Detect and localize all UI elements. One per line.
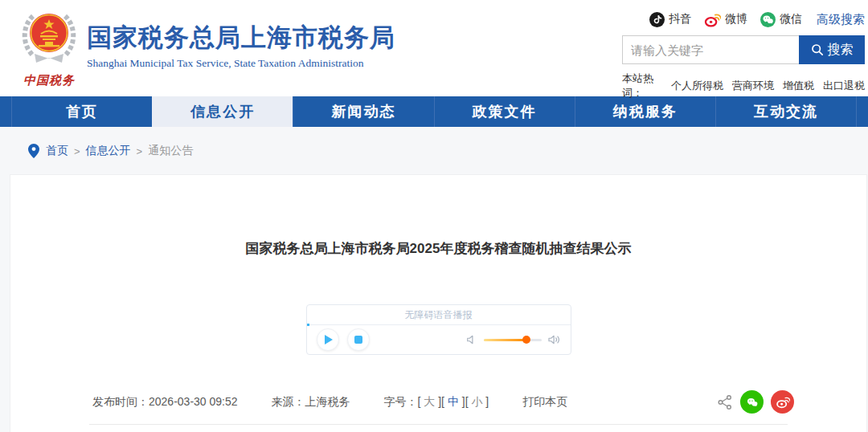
share-wechat-button[interactable] (740, 390, 764, 414)
main-nav: 首页 信息公开 新闻动态 政策文件 纳税服务 互动交流 (0, 96, 868, 127)
weibo-link[interactable]: 微博 (704, 12, 747, 27)
volume-thumb[interactable] (522, 336, 530, 344)
article-source: 来源：上海税务 (272, 395, 350, 410)
font-size-control: 字号：[ 大 ][ 中 ][ 小 ] (384, 395, 489, 410)
weibo-share-icon (776, 395, 790, 409)
site-logo[interactable]: 中国税务 (16, 10, 82, 88)
publish-time-label: 发布时间： (92, 395, 149, 408)
hot-word-link[interactable]: 增值税 (783, 79, 814, 93)
share-weibo-button[interactable] (771, 390, 794, 414)
share-group (717, 390, 794, 414)
douyin-link[interactable]: 抖音 (649, 12, 691, 27)
hot-word-link[interactable]: 营商环境 (732, 79, 774, 93)
audio-player-controls (307, 325, 571, 354)
article-title: 国家税务总局上海市税务局2025年度税务稽查随机抽查结果公示 (10, 175, 866, 258)
share-icon[interactable] (717, 394, 733, 410)
nav-tab-interaction[interactable]: 互动交流 (715, 96, 857, 127)
site-subtitle: Shanghai Municipal Tax Service, State Ta… (87, 57, 395, 70)
volume-fill (484, 339, 526, 341)
content-area: 首页 > 信息公开 > 通知公告 国家税务总局上海市税务局2025年度税务稽查随… (0, 127, 868, 432)
play-button[interactable] (317, 328, 339, 351)
hot-word-link[interactable]: 个人所得税 (671, 79, 723, 93)
site-title-block: 国家税务总局上海市税务局 Shanghai Municipal Tax Serv… (87, 24, 395, 70)
nav-tab-news[interactable]: 新闻动态 (293, 96, 433, 127)
publish-time: 发布时间：2026-03-30 09:52 (92, 395, 238, 410)
article-meta: 发布时间：2026-03-30 09:52 来源：上海税务 字号：[ 大 ][ … (10, 390, 866, 414)
search-icon (811, 43, 824, 56)
volume-slider[interactable] (484, 339, 542, 341)
play-icon (325, 335, 333, 344)
nav-tab-policy[interactable]: 政策文件 (434, 96, 575, 127)
breadcrumb-home[interactable]: 首页 (46, 144, 68, 158)
breadcrumb-current: 通知公告 (148, 144, 193, 158)
nav-tab-info-disclosure[interactable]: 信息公开 (152, 96, 293, 127)
audio-player-title: 无障碍语音播报 (307, 305, 571, 325)
search-button-label: 搜索 (828, 42, 854, 59)
stop-icon (354, 336, 362, 344)
social-row: 抖音 微博 (622, 10, 865, 28)
wechat-icon (760, 12, 776, 27)
wechat-share-icon (745, 395, 760, 410)
font-size-large[interactable]: [ 大 ] (418, 395, 442, 408)
print-page-link[interactable]: 打印本页 (522, 395, 567, 410)
hot-words-label: 本站热词： (622, 71, 665, 100)
breadcrumb-separator: > (74, 145, 80, 157)
volume-high-icon (548, 334, 561, 345)
wechat-link[interactable]: 微信 (760, 12, 802, 27)
font-size-label: 字号： (384, 395, 418, 408)
nav-tab-home[interactable]: 首页 (11, 96, 152, 127)
douyin-label: 抖音 (669, 12, 691, 26)
search-bar: 搜索 (622, 35, 865, 64)
search-button[interactable]: 搜索 (799, 35, 865, 64)
header-right: 抖音 微博 (622, 10, 865, 100)
volume-control (466, 334, 561, 345)
breadcrumb-info-disclosure[interactable]: 信息公开 (86, 144, 131, 158)
source-label: 来源： (272, 395, 305, 408)
location-pin-icon (28, 144, 39, 158)
volume-low-icon (466, 334, 477, 345)
source-value: 上海税务 (305, 395, 350, 408)
article-card: 国家税务总局上海市税务局2025年度税务稽查随机抽查结果公示 无障碍语音播报 (10, 175, 866, 432)
hot-word-link[interactable]: 出口退税 (823, 79, 865, 93)
font-size-medium[interactable]: [ 中 ] (441, 395, 465, 408)
bottom-divider (89, 424, 788, 425)
breadcrumb: 首页 > 信息公开 > 通知公告 (0, 127, 868, 175)
wechat-label: 微信 (780, 12, 802, 26)
site-title: 国家税务总局上海市税务局 (87, 24, 395, 51)
weibo-icon (704, 12, 721, 27)
stop-button[interactable] (347, 328, 370, 351)
font-size-small[interactable]: [ 小 ] (465, 395, 489, 408)
advanced-search-link[interactable]: 高级搜索 (817, 12, 865, 27)
hot-words: 本站热词： 个人所得税 营商环境 增值税 出口退税 (622, 71, 865, 100)
breadcrumb-separator: > (137, 145, 143, 157)
logo-caption: 中国税务 (16, 73, 82, 88)
search-input[interactable] (622, 35, 799, 64)
site-header: 中国税务 国家税务总局上海市税务局 Shanghai Municipal Tax… (0, 0, 868, 96)
tax-emblem-icon (18, 10, 80, 69)
douyin-icon (649, 12, 665, 27)
audio-player: 无障碍语音播报 (306, 304, 571, 355)
publish-time-value: 2026-03-30 09:52 (149, 395, 238, 408)
weibo-label: 微博 (725, 12, 747, 26)
nav-tab-tax-service[interactable]: 纳税服务 (575, 96, 715, 127)
